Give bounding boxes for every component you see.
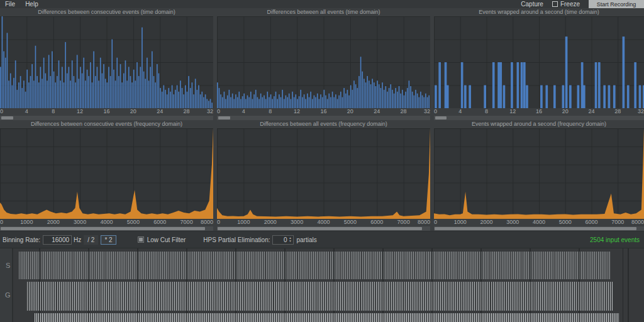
x-axis: 048121620242832 <box>217 108 430 115</box>
axis-tick-label: 0 <box>217 108 220 115</box>
double-rate-button[interactable]: * 2 <box>101 235 116 245</box>
axis-tick-label: 0 <box>434 219 437 226</box>
chart-title: Differences between consecutive events (… <box>0 8 213 16</box>
chart-plot <box>217 16 430 108</box>
axis-tick-label: 7000 <box>180 219 193 226</box>
chart-title: Differences between all events (time dom… <box>217 8 430 16</box>
axis-tick-label: 8 <box>485 108 488 115</box>
axis-tick-label: 6000 <box>370 219 383 226</box>
chart-scrollbar[interactable] <box>217 116 430 120</box>
chart-plot <box>0 128 213 219</box>
chart-plot <box>217 128 430 219</box>
event-strip-s <box>19 252 610 279</box>
axis-tick-label: 24 <box>374 108 380 115</box>
chart-panel-wrapped-time: Events wrapped around a second (time dom… <box>434 8 644 120</box>
chart-area-svg <box>217 128 430 219</box>
axis-tick-label: 3000 <box>74 219 86 226</box>
settings-bar: Binning Rate: 16000 Hz / 2 * 2 Low Cut F… <box>0 231 644 248</box>
axis-tick-label: 12 <box>509 108 516 115</box>
x-axis: 010002000300040005000600070008000 <box>0 219 213 226</box>
chart-scrollbar[interactable] <box>434 116 644 120</box>
axis-tick-label: 4 <box>458 108 462 115</box>
chart-scrollbar[interactable] <box>0 226 213 231</box>
chart-plot <box>434 128 644 219</box>
axis-tick-label: 0 <box>217 219 220 226</box>
strip-row-label-s: S <box>6 262 10 269</box>
chart-title: Events wrapped around a second (time dom… <box>434 8 644 16</box>
hps-input[interactable]: 0 ▲ ▼ <box>272 235 294 245</box>
axis-tick-label: 8000 <box>631 219 644 226</box>
axis-tick-label: 16 <box>536 108 542 115</box>
chart-area-svg <box>0 128 213 219</box>
scrollbar-thumb[interactable] <box>218 116 230 119</box>
axis-tick-label: 32 <box>207 108 213 115</box>
hps-label: HPS Partial Elimination: <box>203 236 270 243</box>
halve-rate-button[interactable]: / 2 <box>84 235 98 245</box>
x-axis: 048121620242832 <box>0 108 213 115</box>
axis-tick-label: 28 <box>614 108 621 115</box>
chart-scrollbar[interactable] <box>0 116 213 120</box>
freeze-checkbox[interactable] <box>552 1 558 7</box>
strip-row-label-g: G <box>5 291 11 299</box>
chart-bars-svg <box>217 16 430 108</box>
axis-tick-label: 1000 <box>454 219 467 226</box>
axis-tick-label: 32 <box>638 108 644 115</box>
axis-tick-label: 2000 <box>47 219 60 226</box>
chart-title: Differences between consecutive events (… <box>0 120 213 128</box>
freeze-label: Freeze <box>560 1 580 8</box>
low-cut-checkbox[interactable] <box>138 236 144 243</box>
axis-tick-label: 2000 <box>480 219 492 226</box>
freeze-toggle[interactable]: Freeze <box>552 1 580 8</box>
scrollbar-thumb[interactable] <box>435 116 447 119</box>
axis-tick-label: 8000 <box>201 219 213 226</box>
scrollbar-thumb[interactable] <box>1 116 13 119</box>
x-axis: 010002000300040005000600070008000 <box>434 219 644 226</box>
chart-plot <box>0 16 213 108</box>
axis-tick-label: 0 <box>0 219 3 226</box>
rate-unit-label: Hz <box>74 236 81 243</box>
binning-rate-label: Binning Rate: <box>3 236 40 243</box>
axis-tick-label: 7000 <box>397 219 410 226</box>
axis-tick-label: 5000 <box>344 219 357 226</box>
chart-panel-all-frequency: Differences between all events (frequenc… <box>217 120 430 231</box>
scrollbar-thumb[interactable] <box>218 227 422 230</box>
axis-tick-label: 28 <box>184 108 190 115</box>
axis-tick-label: 4000 <box>317 219 330 226</box>
axis-tick-label: 24 <box>588 108 594 115</box>
menu-item-help[interactable]: Help <box>20 1 43 8</box>
axis-tick-label: 4000 <box>100 219 113 226</box>
axis-tick-label: 12 <box>77 108 83 115</box>
chart-panel-consecutive-time: Differences between consecutive events (… <box>0 8 213 120</box>
scrollbar-thumb[interactable] <box>435 227 636 230</box>
chart-panel-all-time: Differences between all events (time dom… <box>217 8 430 120</box>
axis-tick-label: 8 <box>269 108 272 115</box>
low-cut-filter-toggle[interactable]: Low Cut Filter <box>138 236 186 243</box>
axis-tick-label: 5000 <box>127 219 140 226</box>
strip-gutter <box>0 248 13 322</box>
start-recording-button[interactable]: Start Recording <box>589 0 644 8</box>
input-events-count: 2504 input events <box>590 236 641 243</box>
event-strips-section: S G <box>0 248 644 322</box>
chart-scrollbar[interactable] <box>217 226 430 231</box>
menu-item-file[interactable]: File <box>0 1 20 8</box>
scrollbar-thumb[interactable] <box>1 227 205 230</box>
binning-rate-input[interactable]: 16000 <box>43 235 72 245</box>
spinner-down-icon[interactable]: ▼ <box>287 240 292 243</box>
axis-tick-label: 2000 <box>264 219 277 226</box>
axis-tick-label: 20 <box>130 108 136 115</box>
axis-tick-label: 3000 <box>506 219 519 226</box>
chart-scrollbar[interactable] <box>434 226 644 231</box>
event-strip-g <box>27 282 613 311</box>
capture-button[interactable]: Capture <box>521 1 543 8</box>
axis-tick-label: 28 <box>401 108 407 115</box>
axis-tick-label: 6000 <box>585 219 597 226</box>
axis-tick-label: 16 <box>103 108 109 115</box>
axis-tick-label: 4 <box>25 108 28 115</box>
axis-tick-label: 8 <box>52 108 55 115</box>
axis-tick-label: 32 <box>424 108 430 115</box>
charts-grid: Differences between consecutive events (… <box>0 8 644 231</box>
hps-stepper[interactable]: ▲ ▼ <box>287 236 292 244</box>
chart-panel-wrapped-frequency: Events wrapped around a second (frequenc… <box>434 120 644 231</box>
chart-title: Differences between all events (frequenc… <box>217 120 430 128</box>
menu-bar: File Help Capture Freeze Start Recording <box>0 0 644 8</box>
